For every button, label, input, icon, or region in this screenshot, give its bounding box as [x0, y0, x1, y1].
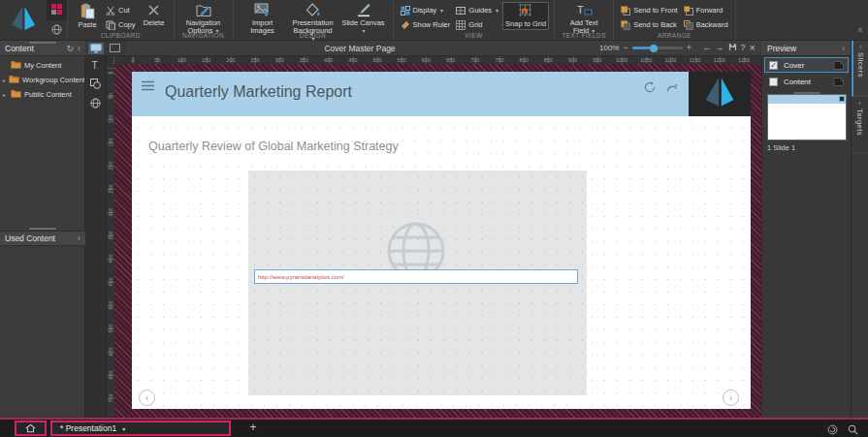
grid-button[interactable]: Grid [454, 18, 500, 31]
collapse-panel-icon[interactable]: ‹ [78, 44, 80, 53]
tree-item-label: Public Content [24, 90, 72, 99]
preview-slide-row[interactable]: ✓Cover [764, 57, 849, 73]
pyramid-logo-icon [9, 4, 38, 37]
send-to-back-button[interactable]: Send to Back [619, 18, 679, 31]
grid-label: Grid [468, 20, 482, 29]
navigation-options-button[interactable]: Navigation Options ▾ [179, 2, 228, 36]
display-label: Display [413, 6, 437, 15]
redo-arrow-button[interactable]: → [716, 44, 724, 52]
close-icon[interactable]: × [750, 44, 755, 52]
page-icon [833, 73, 844, 90]
slide-checkbox[interactable] [769, 78, 778, 86]
shape-tool-button[interactable] [90, 78, 101, 92]
refresh-icon[interactable]: ↻ [66, 44, 74, 53]
preview-slide-row[interactable]: Content [764, 74, 849, 89]
image-placeholder[interactable] [248, 171, 587, 395]
guides-label: Guides [468, 6, 492, 15]
slide-title-text[interactable]: Quarterly Marketing Report [165, 83, 352, 101]
show-ruler-button[interactable]: Show Ruler [399, 18, 453, 31]
preview-slide-list: ✓CoverContent [762, 57, 851, 89]
collapse-ribbon-icon[interactable]: « [854, 27, 864, 32]
master-view-button[interactable] [88, 43, 104, 54]
undo-icon[interactable] [665, 80, 679, 98]
web-tool-button[interactable] [90, 98, 101, 111]
expand-caret-icon[interactable]: ▸ [3, 77, 6, 83]
send-to-front-button[interactable]: Send to Front [619, 4, 679, 16]
folder-icon [11, 89, 21, 100]
ruler-label: 50 [154, 57, 160, 63]
dropdown-caret-icon: ▾ [440, 7, 443, 14]
paint-bucket-icon [305, 3, 321, 17]
undo-arrow-button[interactable]: ← [703, 44, 712, 52]
paste-button[interactable]: Paste [73, 2, 102, 30]
side-tab-targets[interactable]: ‹Targets [852, 97, 868, 153]
ruler-label: 650 [446, 57, 455, 63]
slide-logo-box[interactable] [689, 72, 751, 116]
url-input[interactable] [254, 269, 578, 284]
collapse-panel-icon[interactable]: ‹ [78, 234, 80, 243]
add-tab-button[interactable]: + [244, 420, 262, 437]
slide-canvas[interactable]: Quarterly Marketing Report Quarterly Rev… [132, 72, 751, 409]
forward-button[interactable]: Forward [682, 4, 730, 16]
import-images-button[interactable]: Import Images [239, 2, 287, 36]
backward-button[interactable]: Backward [682, 18, 730, 31]
slide-thumbnail[interactable] [767, 94, 847, 140]
search-icon[interactable] [848, 421, 858, 437]
assistant-icon[interactable] [827, 421, 838, 437]
slide-checkbox[interactable]: ✓ [769, 61, 778, 70]
next-slide-button[interactable]: › [723, 390, 739, 406]
master-page-title: Cover Master Page [324, 44, 395, 53]
rotate-reset-icon[interactable] [643, 80, 657, 98]
send-to-back-label: Send to Back [633, 20, 677, 29]
presentation-tab[interactable]: * Presentation1 ▾ [50, 421, 231, 436]
globe-module-button[interactable] [47, 20, 67, 41]
preview-panel: ✓CoverContent 1 Slide 1 [761, 56, 851, 418]
cut-button[interactable]: Cut [104, 4, 138, 16]
panel-splitter-handle[interactable] [29, 228, 56, 230]
zoom-slider-knob[interactable] [650, 45, 658, 52]
add-text-field-button[interactable]: T Add Text Field ▾ [560, 2, 608, 36]
previous-slide-button[interactable]: ‹ [139, 390, 155, 406]
dropdown-caret-icon: ▾ [496, 7, 498, 14]
dropdown-caret-icon: ▾ [122, 425, 125, 432]
snap-to-grid-button[interactable]: Snap to Grid [502, 2, 549, 30]
content-tree-item[interactable]: ▸Workgroup Content [0, 73, 84, 87]
slide-subtitle-text[interactable]: Quarterly Review of Global Marketing Str… [148, 140, 399, 153]
backward-label: Backward [696, 20, 728, 29]
display-button[interactable]: Display ▾ [399, 4, 453, 16]
zoom-in-button[interactable]: + [687, 44, 691, 52]
ruler-label: 0 [131, 57, 134, 63]
send-to-back-icon [621, 20, 630, 30]
side-tab-slicers[interactable]: ‹Slicers [852, 41, 868, 97]
copy-button[interactable]: Copy [104, 18, 138, 31]
slide-header-band[interactable]: Quarterly Marketing Report [132, 72, 689, 116]
expand-panel-icon[interactable]: › [842, 44, 845, 53]
zoom-out-button[interactable]: − [623, 44, 627, 52]
present-module-button[interactable] [47, 0, 67, 20]
app-logo[interactable] [0, 0, 47, 40]
help-button[interactable]: ? [741, 44, 746, 52]
slide-canvas-button[interactable]: Slide Canvas ▾ [339, 2, 388, 36]
ruler-label: 100 [177, 57, 186, 63]
collapse-panel-icon: ‹ [858, 100, 860, 107]
text-tool-button[interactable]: T. [92, 60, 100, 73]
guides-button[interactable]: Guides ▾ [454, 4, 500, 16]
expand-caret-icon[interactable]: ▸ [3, 91, 8, 98]
snap-to-grid-label: Snap to Grid [505, 20, 546, 28]
hamburger-menu-icon[interactable] [141, 78, 155, 95]
delete-button[interactable]: Delete [140, 2, 169, 28]
content-tree-item[interactable]: My Content [0, 58, 84, 73]
slide-canvas-label: Slide Canvas [341, 18, 384, 27]
content-tree-item[interactable]: ▸Public Content [0, 87, 84, 102]
home-button[interactable] [15, 421, 47, 436]
show-ruler-label: Show Ruler [413, 20, 451, 29]
save-icon[interactable] [728, 43, 737, 53]
panel-drag-handle[interactable] [29, 42, 56, 44]
zoom-slider[interactable] [632, 47, 683, 49]
slide-view-button[interactable] [107, 43, 122, 54]
preview-panel-title: Preview [767, 44, 796, 53]
guides-icon [456, 6, 466, 16]
ribbon-group-arrange: Send to Front Send to Back Forward [614, 0, 735, 40]
zoom-bar: 100% − + ← → ? × [594, 41, 761, 56]
ruler-label: 150 [108, 136, 113, 149]
